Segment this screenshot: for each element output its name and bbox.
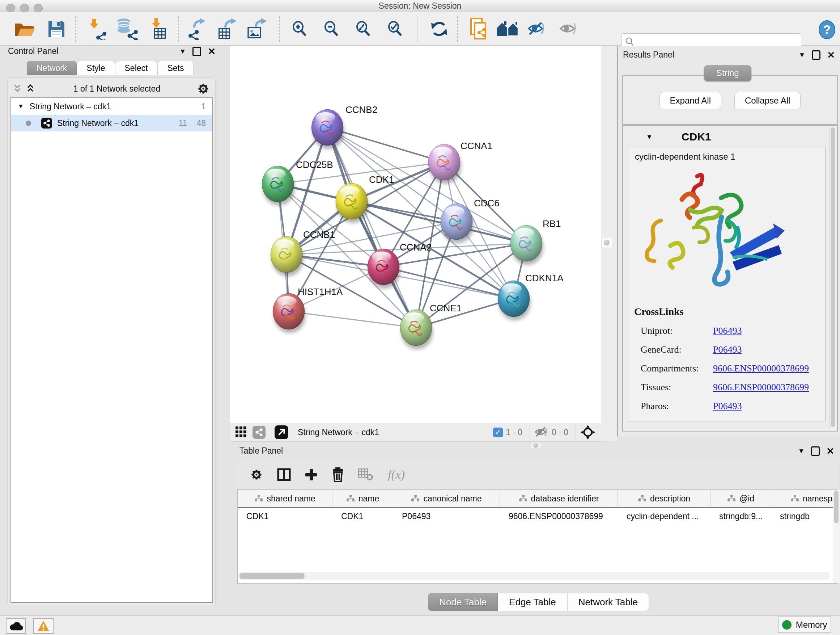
network-node-rb1[interactable] bbox=[510, 225, 543, 265]
delete-table-icon[interactable] bbox=[358, 469, 374, 481]
show-all-button[interactable] bbox=[557, 17, 580, 41]
table-cell[interactable]: 9606.ENSP00000378699 bbox=[500, 508, 618, 524]
gene-description: cyclin-dependent kinase 1 bbox=[635, 152, 736, 162]
float-panel-icon[interactable] bbox=[193, 47, 201, 56]
refresh-layout-button[interactable] bbox=[428, 17, 451, 41]
table-cell[interactable]: cyclin-dependent ... bbox=[618, 508, 711, 524]
collapse-panel-icon[interactable]: ▼ bbox=[179, 48, 186, 55]
copy-network-button[interactable] bbox=[467, 17, 491, 41]
column-header-namespace[interactable]: namespace bbox=[771, 490, 838, 507]
export-table-button[interactable] bbox=[216, 17, 239, 41]
table-vscroll-thumb[interactable] bbox=[834, 491, 838, 523]
table-horizontal-scrollbar[interactable] bbox=[238, 572, 830, 580]
tab-network[interactable]: Network bbox=[27, 61, 77, 75]
table-hscroll-thumb[interactable] bbox=[240, 573, 305, 579]
close-panel-icon[interactable]: ✕ bbox=[208, 47, 216, 56]
table-vertical-scrollbar[interactable] bbox=[833, 490, 840, 583]
collection-expand-icon[interactable]: ▼ bbox=[18, 103, 24, 110]
table-cell[interactable]: stringdb:9... bbox=[711, 508, 771, 524]
results-list-box: ▼ CDK1 cyclin-dependent kinase 1 bbox=[622, 125, 838, 432]
tab-style[interactable]: Style bbox=[77, 61, 115, 75]
splitter-handle[interactable] bbox=[601, 237, 612, 248]
crosslink-value[interactable]: 9606.ENSP00000378699 bbox=[713, 382, 809, 393]
table-cell[interactable]: CDK1 bbox=[238, 508, 332, 524]
float-panel-icon[interactable] bbox=[811, 447, 820, 456]
network-node-cdkn1a[interactable] bbox=[498, 280, 531, 320]
import-network-from-database-button[interactable] bbox=[115, 17, 138, 41]
warnings-button[interactable] bbox=[33, 618, 54, 634]
search-input[interactable] bbox=[638, 36, 801, 47]
network-options-gear-icon[interactable] bbox=[197, 82, 210, 95]
node-label-ccnb1: CCNB1 bbox=[303, 229, 335, 240]
table-row[interactable]: CDK1CDK1P064939606.ENSP00000378699cyclin… bbox=[238, 508, 837, 524]
column-header-shared-name[interactable]: shared name bbox=[238, 490, 332, 507]
results-scrollbar[interactable] bbox=[829, 127, 836, 429]
node-table[interactable]: shared namenamecanonical namedatabase id… bbox=[237, 489, 838, 584]
network-row[interactable]: String Network – cdk1 11 48 bbox=[11, 115, 212, 131]
collapse-all-button[interactable]: Collapse All bbox=[734, 92, 801, 109]
crosslink-value[interactable]: P06493 bbox=[713, 325, 742, 336]
help-button[interactable]: ? bbox=[817, 19, 837, 40]
open-session-button[interactable] bbox=[13, 17, 36, 41]
hide-selected-button[interactable] bbox=[525, 17, 548, 41]
collapse-panel-icon[interactable]: ▼ bbox=[798, 51, 805, 58]
expand-all-tree-icon[interactable] bbox=[13, 84, 24, 93]
first-neighbors-button[interactable] bbox=[496, 17, 519, 41]
network-node-ccnb2[interactable] bbox=[311, 109, 344, 149]
entry-expand-icon[interactable]: ▼ bbox=[646, 133, 653, 141]
network-node-ccne1[interactable] bbox=[400, 310, 433, 349]
zoom-fit-button[interactable] bbox=[352, 17, 375, 41]
collapse-all-tree-icon[interactable] bbox=[26, 84, 36, 93]
add-column-icon[interactable] bbox=[305, 468, 317, 481]
column-header-description[interactable]: description bbox=[618, 490, 711, 507]
column-header-canonical-name[interactable]: canonical name bbox=[393, 490, 500, 507]
results-tab-string[interactable]: String bbox=[704, 65, 752, 81]
column-header-name[interactable]: name bbox=[332, 490, 393, 507]
save-session-button[interactable] bbox=[45, 17, 68, 41]
table-cell[interactable]: P06493 bbox=[393, 508, 500, 524]
hidden-eye-slash-icon[interactable] bbox=[534, 427, 549, 438]
table-options-gear-icon[interactable] bbox=[249, 468, 264, 481]
selected-nodes-checkbox[interactable]: ✓ bbox=[493, 428, 503, 437]
tab-edge-table[interactable]: Edge Table bbox=[498, 593, 567, 611]
export-image-button[interactable] bbox=[246, 17, 269, 41]
close-panel-icon[interactable]: ✕ bbox=[826, 447, 834, 456]
crosslink-value[interactable]: P06493 bbox=[713, 401, 742, 412]
eye-icon bbox=[559, 22, 578, 36]
delete-column-icon[interactable] bbox=[332, 467, 344, 482]
show-columns-icon[interactable] bbox=[277, 468, 291, 481]
memory-button[interactable]: Memory bbox=[778, 616, 831, 633]
cloud-status-button[interactable] bbox=[6, 618, 26, 634]
vertical-splitter[interactable] bbox=[601, 46, 617, 441]
zoom-out-button[interactable] bbox=[320, 17, 343, 41]
crosslink-value[interactable]: P06493 bbox=[713, 344, 742, 355]
close-panel-icon[interactable]: ✕ bbox=[827, 50, 835, 60]
results-scrollbar-thumb[interactable] bbox=[831, 127, 835, 427]
zoom-in-button[interactable] bbox=[288, 17, 311, 41]
table-cell[interactable]: stringdb bbox=[771, 508, 838, 524]
table-cell[interactable]: CDK1 bbox=[332, 508, 393, 524]
import-network-file-button[interactable] bbox=[84, 17, 107, 41]
tab-node-table[interactable]: Node Table bbox=[428, 593, 498, 611]
tab-select[interactable]: Select bbox=[115, 61, 158, 75]
network-node-ccna1[interactable] bbox=[428, 144, 461, 184]
tab-sets[interactable]: Sets bbox=[157, 61, 194, 75]
gene-entry-header[interactable]: ▼ CDK1 bbox=[624, 129, 829, 145]
float-panel-icon[interactable] bbox=[812, 50, 821, 60]
network-node-hist1h1a[interactable] bbox=[273, 293, 306, 333]
network-node-cdk1[interactable] bbox=[336, 183, 369, 223]
collapse-panel-icon[interactable]: ▼ bbox=[798, 448, 805, 454]
export-network-button[interactable] bbox=[185, 17, 208, 41]
network-collection-row[interactable]: ▼ String Network – cdk1 1 bbox=[11, 98, 212, 115]
crosslink-value[interactable]: 9606.ENSP00000378699 bbox=[713, 363, 809, 374]
network-node-cdc25b[interactable] bbox=[262, 166, 295, 206]
column-header--id[interactable]: @id bbox=[711, 490, 771, 507]
tab-network-table[interactable]: Network Table bbox=[567, 593, 649, 611]
column-header-database-identifier[interactable]: database identifier bbox=[500, 490, 618, 507]
expand-all-button[interactable]: Expand All bbox=[660, 92, 722, 109]
network-node-ccnb1[interactable] bbox=[271, 236, 303, 276]
import-table-button[interactable] bbox=[145, 17, 169, 41]
network-canvas[interactable]: CCNB2CCNA1CDC25BCDK1CDC6RB1CCNB1CCNA2CDK… bbox=[230, 46, 601, 423]
zoom-selected-button[interactable] bbox=[384, 17, 407, 41]
function-builder-icon[interactable]: f(x) bbox=[388, 468, 405, 481]
